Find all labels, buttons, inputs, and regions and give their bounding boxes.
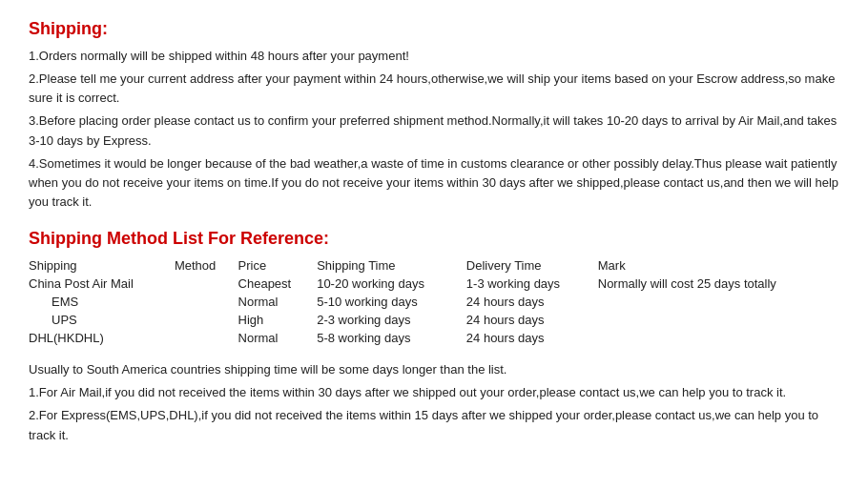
table-row: UPS High 2-3 working days 24 hours days (29, 311, 839, 329)
table-row: EMS Normal 5-10 working days 24 hours da… (29, 293, 839, 311)
row1-col1: China Post Air Mail (29, 275, 175, 293)
row2-col5: 24 hours days (466, 293, 598, 311)
row2-col3: Normal (238, 293, 318, 311)
row3-col4: 2-3 working days (317, 311, 466, 329)
row1-col5: 1-3 working days (466, 275, 598, 293)
note-para-2: 1.For Air Mail,if you did not received t… (29, 383, 839, 402)
row2-col1: EMS (29, 293, 175, 311)
row3-col3: High (238, 311, 318, 329)
shipping-para-2: 2.Please tell me your current address af… (29, 70, 839, 108)
col-header-mark: Mark (598, 256, 839, 275)
col-header-price: Price (238, 256, 318, 275)
row1-col3: Cheapest (238, 275, 318, 293)
col-header-shipping: Shipping (29, 256, 175, 275)
row3-col6 (598, 311, 839, 329)
method-section: Shipping Method List For Reference: Ship… (29, 229, 839, 347)
row2-col2 (175, 293, 238, 311)
row1-col4: 10-20 working days (317, 275, 466, 293)
row1-col6: Normally will cost 25 days totally (598, 275, 839, 293)
shipping-para-4: 4.Sometimes it would be longer because o… (29, 154, 839, 212)
row2-col4: 5-10 working days (317, 293, 466, 311)
row1-col2 (175, 275, 238, 293)
row4-col5: 24 hours days (466, 329, 598, 347)
shipping-table: Shipping Method Price Shipping Time Deli… (29, 256, 839, 347)
note-para-3: 2.For Express(EMS,UPS,DHL),if you did no… (29, 406, 839, 444)
col-header-method: Method (175, 256, 238, 275)
col-header-delivery-time: Delivery Time (466, 256, 598, 275)
row3-col5: 24 hours days (466, 311, 598, 329)
row4-col6 (598, 329, 839, 347)
row2-col6 (598, 293, 839, 311)
row4-col3: Normal (238, 329, 318, 347)
note-para-1: Usually to South America countries shipp… (29, 360, 839, 379)
table-row: DHL(HKDHL) Normal 5-8 working days 24 ho… (29, 329, 839, 347)
shipping-section: Shipping: 1.Orders normally will be ship… (29, 19, 839, 212)
shipping-para-1: 1.Orders normally will be shipped within… (29, 47, 839, 66)
row4-col4: 5-8 working days (317, 329, 466, 347)
note-section: Usually to South America countries shipp… (29, 360, 839, 445)
row3-col1: UPS (29, 311, 175, 329)
row4-col2 (175, 329, 238, 347)
shipping-para-3: 3.Before placing order please contact us… (29, 112, 839, 150)
table-header-row: Shipping Method Price Shipping Time Deli… (29, 256, 839, 275)
row4-col1: DHL(HKDHL) (29, 329, 175, 347)
row3-col2 (175, 311, 238, 329)
shipping-heading: Shipping: (29, 19, 839, 39)
table-row: China Post Air Mail Cheapest 10-20 worki… (29, 275, 839, 293)
col-header-shipping-time: Shipping Time (317, 256, 466, 275)
method-heading: Shipping Method List For Reference: (29, 229, 839, 249)
